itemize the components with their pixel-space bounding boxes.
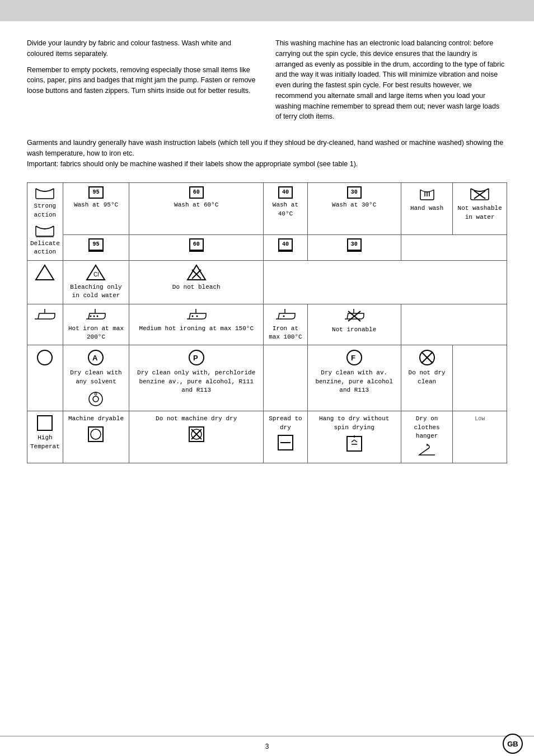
dry-clean-row: A Dry clean with any solvent bbox=[27, 345, 507, 411]
drying-main-cell: High Temperat bbox=[27, 411, 63, 463]
iron-main-icon bbox=[34, 308, 56, 322]
strong-label: Strong action bbox=[30, 202, 60, 219]
svg-point-18 bbox=[283, 315, 284, 317]
wash-30-delicate-icon: 30 bbox=[347, 238, 362, 252]
spread-dry-icon bbox=[277, 434, 294, 451]
wash-60-cell: 60 Wash at 60°C bbox=[129, 183, 264, 235]
not-ironable-cell: Not ironable bbox=[307, 304, 401, 345]
svg-point-27 bbox=[95, 393, 97, 395]
dry-clean-a-cell: A Dry clean with any solvent bbox=[63, 345, 129, 411]
dry-clean-a-icon: A bbox=[87, 349, 105, 367]
cool-iron-cell: Iron at max 100°C bbox=[264, 304, 307, 345]
garment-para2: Important: fabrics should only be machin… bbox=[27, 159, 507, 170]
wash-30-text: Wash at 30°C bbox=[332, 201, 376, 209]
iron-main-cell bbox=[27, 304, 63, 345]
svg-text:F: F bbox=[351, 354, 355, 362]
dry-clean-p-text: Dry clean only with, perchloride benzine… bbox=[132, 369, 260, 395]
svg-point-25 bbox=[89, 392, 102, 406]
wash-95-icon: 95 bbox=[88, 186, 103, 199]
wash-40-delicate-icon: 40 bbox=[278, 238, 293, 252]
delicate-action-icon bbox=[35, 224, 55, 237]
wash-30-icon: 30 bbox=[347, 186, 362, 199]
bleach-main-icon bbox=[35, 264, 55, 281]
high-temp-label: High Temperat bbox=[30, 434, 60, 451]
not-ironable-text: Not ironable bbox=[332, 326, 376, 334]
hang-dry-cell: Hang to dry without spin drying bbox=[307, 411, 401, 463]
content-area: Divide your laundry by fabric and colour… bbox=[0, 38, 534, 463]
spread-dry-text: Spread to dry bbox=[266, 415, 304, 432]
wash-95-delicate-icon: 95 bbox=[88, 238, 103, 252]
no-machine-dry-icon bbox=[188, 426, 205, 443]
svg-text:Cl: Cl bbox=[93, 271, 99, 278]
washing-row-2: 95 60 40 30 bbox=[27, 235, 507, 260]
svg-point-37 bbox=[91, 429, 101, 439]
garment-para1: Garments and laundry generally have wash… bbox=[27, 138, 507, 159]
dry-clean-f-cell: F Dry clean with av. benzine, pure alcoh… bbox=[307, 345, 401, 411]
wash-60-delicate-icon: 60 bbox=[189, 238, 204, 252]
dry-clean-p-cell: P Dry clean only with, perchloride benzi… bbox=[129, 345, 264, 411]
intro-section: Divide your laundry by fabric and colour… bbox=[27, 38, 507, 128]
svg-point-13 bbox=[97, 315, 99, 317]
dry-clean-drum-icon bbox=[87, 391, 104, 407]
cool-iron-text: Iron at max 100°C bbox=[266, 325, 304, 342]
machine-dryable-text: Machine dryable bbox=[68, 415, 124, 423]
clothes-hanger-cell: Dry on clothes hanger bbox=[401, 411, 453, 463]
washing-row: Strong action Delicate action bbox=[27, 183, 507, 235]
garment-section: Garments and laundry generally have wash… bbox=[27, 138, 507, 169]
svg-point-22 bbox=[38, 350, 52, 365]
no-dry-clean-cell: Do not dry clean bbox=[401, 345, 453, 411]
not-washable-icon bbox=[470, 186, 490, 202]
gb-badge: GB bbox=[503, 734, 523, 754]
intro-text-1: Divide your laundry by fabric and colour… bbox=[27, 38, 259, 59]
bleach-row: Cl Bleaching only in cold water bbox=[27, 260, 507, 304]
drying-empty: Low bbox=[453, 411, 507, 463]
svg-point-16 bbox=[196, 315, 198, 317]
no-machine-dry-text: Do not machine dry dry bbox=[156, 415, 237, 423]
intro-text-right: This washing machine has an electronic l… bbox=[275, 38, 507, 122]
header-bar bbox=[0, 0, 534, 21]
svg-text:P: P bbox=[193, 354, 198, 362]
wash-40-text: Wash at 40°C bbox=[266, 201, 304, 218]
dry-clean-f-text: Dry clean with av. benzine, pure alcohol… bbox=[311, 369, 398, 395]
dry-clean-main-cell bbox=[27, 345, 63, 411]
strong-action-icon bbox=[35, 186, 55, 200]
svg-point-12 bbox=[93, 315, 95, 317]
machine-dryable-cell: Machine dryable bbox=[63, 411, 129, 463]
dry-clean-a-text: Dry clean with any solvent bbox=[66, 369, 126, 386]
low-label: Low bbox=[475, 416, 485, 422]
wash-40-icon: 40 bbox=[278, 186, 293, 199]
delicate-label: Delicate action bbox=[30, 240, 60, 257]
medium-iron-icon bbox=[186, 308, 207, 322]
machine-dryable-icon bbox=[87, 426, 104, 443]
iron-empty bbox=[401, 304, 507, 345]
wash-symbol-table: Strong action Delicate action bbox=[27, 182, 507, 463]
bleach-empty bbox=[264, 260, 507, 304]
intro-text-2: Remember to empty pockets, removing espe… bbox=[27, 65, 259, 96]
wash-60-text: Wash at 60°C bbox=[174, 201, 218, 209]
medium-iron-cell: Medium hot ironing at max 150°C bbox=[129, 304, 264, 345]
footer: 3 GB bbox=[0, 736, 534, 756]
svg-text:A: A bbox=[92, 354, 98, 362]
hot-iron-cell: Hot iron at max 200°C bbox=[63, 304, 129, 345]
left-column: Divide your laundry by fabric and colour… bbox=[27, 38, 259, 128]
drying-main-icon bbox=[36, 415, 53, 431]
page: Divide your laundry by fabric and colour… bbox=[0, 0, 534, 756]
wash-40-cell: 40 Wash at 40°C bbox=[264, 183, 307, 235]
bleach-cold-text: Bleaching only in cold water bbox=[66, 283, 126, 300]
hang-dry-text: Hang to dry without spin drying bbox=[311, 415, 398, 432]
bleach-cold-cell: Cl Bleaching only in cold water bbox=[63, 260, 129, 304]
wash-action-icon-cell: Strong action Delicate action bbox=[27, 183, 63, 261]
hand-wash-cell: Hand wash bbox=[401, 183, 453, 235]
bleach-triangle-cell bbox=[27, 260, 63, 304]
hand-wash-text: Hand wash bbox=[410, 204, 443, 213]
empty-cell-1 bbox=[401, 235, 507, 260]
wash-95-cell: 95 Wash at 95°C bbox=[63, 183, 129, 235]
dry-clean-empty2 bbox=[453, 345, 507, 411]
svg-line-47 bbox=[354, 440, 357, 442]
no-dry-clean-text: Do not dry clean bbox=[404, 369, 450, 386]
medium-iron-text: Medium hot ironing at max 150°C bbox=[139, 325, 254, 333]
wash-95-delicate-cell: 95 bbox=[63, 235, 129, 260]
svg-rect-35 bbox=[38, 416, 52, 430]
dry-clean-f-icon: F bbox=[345, 349, 363, 367]
wash-30-cell: 30 Wash at 30°C bbox=[307, 183, 401, 235]
